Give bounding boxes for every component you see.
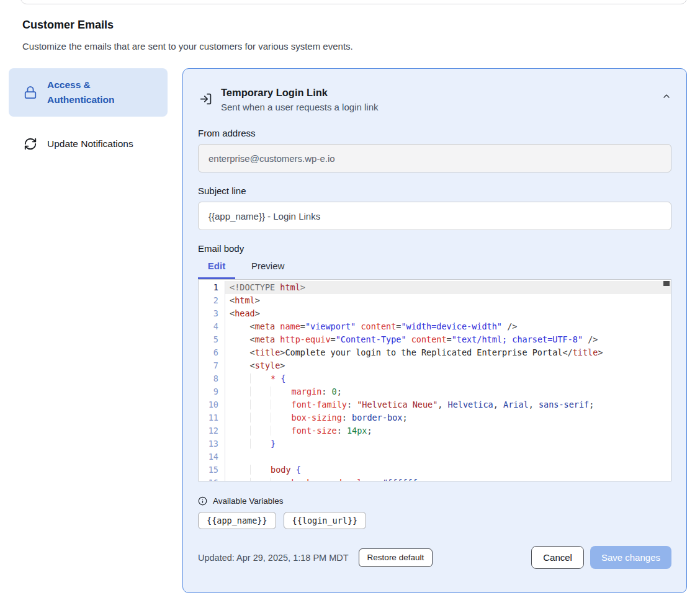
code-line[interactable]: 16 background-color: #ffffff; bbox=[199, 476, 671, 481]
email-body-tabs: Edit Preview bbox=[198, 256, 671, 279]
panel-header: Temporary Login Link Sent when a user re… bbox=[198, 84, 671, 112]
code-line[interactable]: 9 margin: 0; bbox=[199, 385, 671, 398]
from-address-label: From address bbox=[198, 128, 671, 138]
subject-line-input[interactable] bbox=[198, 202, 671, 230]
code-line[interactable]: 8 * { bbox=[199, 372, 671, 385]
code-line[interactable]: 15 body { bbox=[199, 463, 671, 476]
variable-chip-login-url[interactable]: {{login_url}} bbox=[284, 512, 367, 529]
sidebar: Access & Authentication Update Notificat… bbox=[9, 68, 168, 160]
code-line[interactable]: 2<html> bbox=[199, 294, 671, 307]
sidebar-item-label: Update Notifications bbox=[47, 136, 133, 151]
line-number: 8 bbox=[199, 372, 225, 385]
available-variables-row: Available Variables bbox=[198, 496, 671, 506]
line-number: 7 bbox=[199, 359, 225, 372]
subject-line-field: Subject line bbox=[198, 186, 671, 230]
code-line[interactable]: 7 <style> bbox=[199, 359, 671, 372]
code-line[interactable]: 12 font-size: 14px; bbox=[199, 424, 671, 437]
line-number: 11 bbox=[199, 411, 225, 424]
panel-footer: Updated: Apr 29, 2025, 1:18 PM MDT Resto… bbox=[198, 546, 671, 569]
sidebar-item-access-authentication[interactable]: Access & Authentication bbox=[9, 68, 168, 117]
subject-line-label: Subject line bbox=[198, 186, 671, 196]
line-number: 16 bbox=[199, 476, 225, 481]
email-body-editor[interactable]: 1<!DOCTYPE html>2<html>3<head>4 <meta na… bbox=[198, 279, 671, 481]
line-number: 4 bbox=[199, 320, 225, 333]
login-icon bbox=[199, 92, 212, 105]
code-lines: 1<!DOCTYPE html>2<html>3<head>4 <meta na… bbox=[199, 281, 671, 481]
code-line[interactable]: 14 bbox=[199, 450, 671, 463]
tab-edit[interactable]: Edit bbox=[198, 256, 235, 279]
info-icon[interactable] bbox=[198, 496, 207, 506]
line-number: 14 bbox=[199, 450, 225, 463]
footer-actions: Cancel Save changes bbox=[531, 546, 671, 569]
line-number: 15 bbox=[199, 463, 225, 476]
variable-chips: {{app_name}} {{login_url}} bbox=[198, 512, 671, 529]
code-line[interactable]: 4 <meta name="viewport" content="width=d… bbox=[199, 320, 671, 333]
tab-preview[interactable]: Preview bbox=[250, 256, 285, 279]
refresh-icon bbox=[24, 137, 37, 151]
available-variables-label: Available Variables bbox=[213, 496, 284, 506]
line-number: 5 bbox=[199, 333, 225, 346]
code-line[interactable]: 10 font-family: "Helvetica Neue", Helvet… bbox=[199, 398, 671, 411]
code-line[interactable]: 5 <meta http-equiv="Content-Type" conten… bbox=[199, 333, 671, 346]
updated-timestamp: Updated: Apr 29, 2025, 1:18 PM MDT bbox=[198, 553, 349, 563]
code-line[interactable]: 13 } bbox=[199, 437, 671, 450]
code-line[interactable]: 1<!DOCTYPE html> bbox=[199, 281, 671, 294]
cancel-button[interactable]: Cancel bbox=[531, 546, 584, 569]
editor-scrollbar[interactable] bbox=[663, 281, 670, 286]
code-line[interactable]: 3<head> bbox=[199, 307, 671, 320]
previous-card-edge bbox=[20, 0, 687, 4]
sidebar-item-label: Access & Authentication bbox=[47, 78, 158, 107]
code-line[interactable]: 6 <title>Complete your login to the Repl… bbox=[199, 346, 671, 359]
page-title: Customer Emails bbox=[22, 19, 114, 32]
line-number: 6 bbox=[199, 346, 225, 359]
sidebar-item-update-notifications[interactable]: Update Notifications bbox=[9, 128, 168, 160]
from-address-field: From address bbox=[198, 128, 671, 172]
page-subtitle: Customize the emails that are sent to yo… bbox=[22, 41, 353, 51]
panel-title: Temporary Login Link bbox=[221, 86, 378, 99]
line-number: 3 bbox=[199, 307, 225, 320]
line-number: 10 bbox=[199, 398, 225, 411]
collapse-button[interactable] bbox=[662, 91, 671, 101]
panel-subtitle: Sent when a user requests a login link bbox=[221, 102, 378, 112]
email-body-label: Email body bbox=[198, 243, 671, 254]
panel-header-text: Temporary Login Link Sent when a user re… bbox=[221, 84, 378, 112]
line-number: 13 bbox=[199, 437, 225, 450]
save-changes-button[interactable]: Save changes bbox=[590, 546, 671, 569]
line-number: 12 bbox=[199, 424, 225, 437]
lock-icon bbox=[24, 86, 37, 99]
code-line[interactable]: 11 box-sizing: border-box; bbox=[199, 411, 671, 424]
from-address-input[interactable] bbox=[198, 144, 671, 172]
email-settings-panel: Temporary Login Link Sent when a user re… bbox=[182, 68, 687, 593]
chevron-up-icon bbox=[662, 91, 671, 101]
line-number: 9 bbox=[199, 385, 225, 398]
line-number: 1 bbox=[199, 281, 225, 294]
line-number: 2 bbox=[199, 294, 225, 307]
restore-default-button[interactable]: Restore default bbox=[359, 548, 433, 567]
variable-chip-app-name[interactable]: {{app_name}} bbox=[198, 512, 276, 529]
